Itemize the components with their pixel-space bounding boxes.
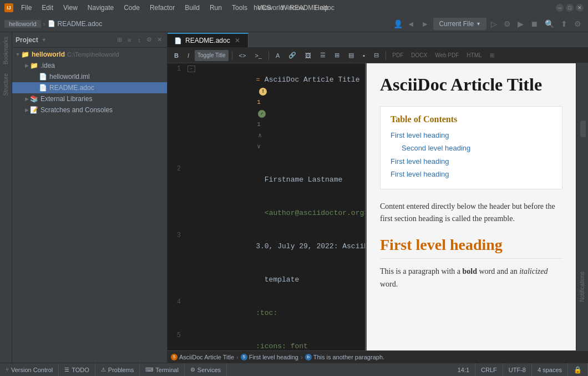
nav-back-btn[interactable]: ◄ <box>405 19 417 28</box>
search-everywhere-btn[interactable]: 🔍 <box>543 19 556 28</box>
code-editor[interactable]: 1 − = AsciiDoc Article Title ! 1 ✓ 1 ∧ ∨ <box>168 63 365 350</box>
sidebar-scroll-icon[interactable]: ↕ <box>135 36 144 44</box>
stop-btn[interactable]: ⏹ <box>528 19 540 28</box>
structure-strip[interactable]: Structure <box>1 69 11 101</box>
nav-forward-btn[interactable]: ► <box>419 19 432 28</box>
pdf-btn[interactable]: PDF <box>389 50 406 61</box>
terminal-view-btn[interactable]: >_ <box>251 50 265 61</box>
grid-btn[interactable]: ▤ <box>345 50 357 61</box>
table-btn[interactable]: ⊞ <box>331 50 343 61</box>
status-encoding[interactable]: UTF-8 <box>503 363 532 376</box>
status-line-ending[interactable]: CRLF <box>475 363 503 376</box>
line-num-3: 3 <box>168 230 187 241</box>
breadcrumb-item-3[interactable]: This is another paragraph. <box>313 354 384 360</box>
media-btn[interactable]: ▪ <box>359 50 368 61</box>
menu-navigate[interactable]: Navigate <box>83 3 118 13</box>
font-btn[interactable]: A <box>272 50 283 61</box>
link-btn[interactable]: 🔗 <box>285 50 300 61</box>
tree-item-root[interactable]: ▼ 📁 helloworld C:\Temp\helloworld <box>12 49 167 60</box>
encoding-label: UTF-8 <box>509 367 526 373</box>
list-btn[interactable]: ☰ <box>317 50 329 61</box>
line-num-2: 2 <box>168 163 187 174</box>
menu-file[interactable]: File <box>17 3 36 13</box>
status-problems[interactable]: ⚠ Problems <box>95 363 140 376</box>
status-terminal[interactable]: ⌨ Terminal <box>140 363 185 376</box>
sidebar-toolbar: Project ▼ ⊞ ≡ ↕ ⚙ ✕ <box>12 32 167 48</box>
tab-close-btn[interactable]: ✕ <box>234 37 241 44</box>
maximize-button[interactable]: □ <box>566 4 574 12</box>
menu-view[interactable]: View <box>59 3 82 13</box>
breadcrumb-item-2[interactable]: First level heading <box>249 354 298 360</box>
grid2-btn[interactable]: ⊟ <box>371 50 382 61</box>
breadcrumb-item-1[interactable]: AsciiDoc Article Title <box>179 354 234 360</box>
close-button[interactable]: ✕ <box>576 4 584 12</box>
sidebar-close-icon[interactable]: ✕ <box>155 36 164 44</box>
preview-grid-btn[interactable]: ⊞ <box>487 50 497 61</box>
ok-count: 1 <box>257 121 261 128</box>
toolbar-divider-2 <box>268 51 269 60</box>
tree-item-scratches[interactable]: ▶ 📝 Scratches and Consoles <box>12 104 167 116</box>
sidebar-expand-icon[interactable]: ⊞ <box>115 36 124 44</box>
tab-readme[interactable]: 📄 README.adoc ✕ <box>168 33 249 47</box>
current-file-btn[interactable]: Current File ▼ <box>433 18 486 30</box>
todo-icon: ☰ <box>64 367 69 373</box>
line-content-4: :toc: <box>195 297 365 330</box>
toc-item-2[interactable]: First level heading <box>391 155 552 168</box>
menu-code[interactable]: Code <box>119 3 144 13</box>
status-position[interactable]: 14:1 <box>452 363 475 376</box>
tree-item-idea[interactable]: ▶ 📁 .idea <box>12 60 167 71</box>
status-version-control[interactable]: ⑂ Version Control <box>0 363 59 376</box>
coverage-btn[interactable]: ▶ <box>515 19 526 28</box>
run-btn[interactable]: ▷ <box>489 19 499 28</box>
sidebar-settings-icon[interactable]: ⚙ <box>145 36 154 44</box>
title-bar: IJ File Edit View Navigate Code Refactor… <box>0 0 588 16</box>
menu-edit[interactable]: Edit <box>37 3 58 13</box>
tree-arrow-idea: ▶ <box>23 63 30 68</box>
status-lock-icon[interactable]: 🔒 <box>568 363 588 376</box>
tree-label-idea: .idea <box>40 62 55 69</box>
tree-item-extlibs[interactable]: ▶ 📚 External Libraries <box>12 93 167 104</box>
status-services[interactable]: ⚙ Services <box>185 363 227 376</box>
toc-item-1[interactable]: Second level heading <box>391 142 552 154</box>
bc-sep-2: › <box>301 354 303 360</box>
menu-run[interactable]: Run <box>205 3 226 13</box>
bc-icon-1: 5 <box>171 354 178 360</box>
menu-tools[interactable]: Tools <box>227 3 252 13</box>
tree-item-readme[interactable]: 📄 README.adoc <box>12 82 167 93</box>
bookmarks-strip[interactable]: Bookmarks <box>1 32 11 69</box>
update-btn[interactable]: ⬆ <box>559 19 570 28</box>
status-todo[interactable]: ☰ TODO <box>59 363 95 376</box>
notifications-strip[interactable]: Notifications <box>577 267 587 306</box>
toc-item-3[interactable]: First level heading <box>391 168 552 181</box>
minimize-button[interactable]: ─ <box>556 4 564 12</box>
terminal-label: Terminal <box>155 367 179 373</box>
docx-btn[interactable]: DOCX <box>408 50 430 61</box>
preview-title: AsciiDoc Article Title <box>380 74 562 95</box>
services-label: Services <box>197 367 221 373</box>
html-btn[interactable]: HTML <box>464 50 484 61</box>
bold-button[interactable]: B <box>171 50 182 61</box>
warning-icon-1: ! <box>259 88 267 96</box>
file-tree: ▼ 📁 helloworld C:\Temp\helloworld ▶ 📁 .i… <box>12 48 167 363</box>
sidebar-collapse-icon[interactable]: ≡ <box>125 36 134 44</box>
menu-refactor[interactable]: Refactor <box>145 3 179 13</box>
tree-label-readme: README.adoc <box>49 84 94 92</box>
debug-btn[interactable]: ⚙ <box>501 19 513 28</box>
image-btn[interactable]: 🖼 <box>302 50 315 61</box>
code-view-btn[interactable]: <> <box>236 50 250 61</box>
tab-adoc-icon: 📄 <box>174 37 182 44</box>
collapse-btn-1[interactable]: − <box>187 66 195 72</box>
sidebar-dropdown-icon[interactable]: ▼ <box>42 37 47 43</box>
problems-icon: ⚠ <box>101 367 106 373</box>
nav-user-icon[interactable]: 👤 <box>393 19 403 28</box>
toc-item-0[interactable]: First level heading <box>391 129 552 142</box>
toc-box: Table of Contents First level heading Se… <box>380 106 562 189</box>
tree-item-iml[interactable]: 📄 helloworld.iml <box>12 71 167 82</box>
settings-btn[interactable]: ⚙ <box>572 19 584 28</box>
warn-count: 1 <box>257 99 261 106</box>
italic-button[interactable]: I <box>184 50 192 61</box>
status-indent[interactable]: 4 spaces <box>532 363 568 376</box>
webpdf-btn[interactable]: Web PDF <box>432 50 462 61</box>
toggle-title-button[interactable]: Toggle Title <box>195 50 229 61</box>
menu-build[interactable]: Build <box>180 3 204 13</box>
